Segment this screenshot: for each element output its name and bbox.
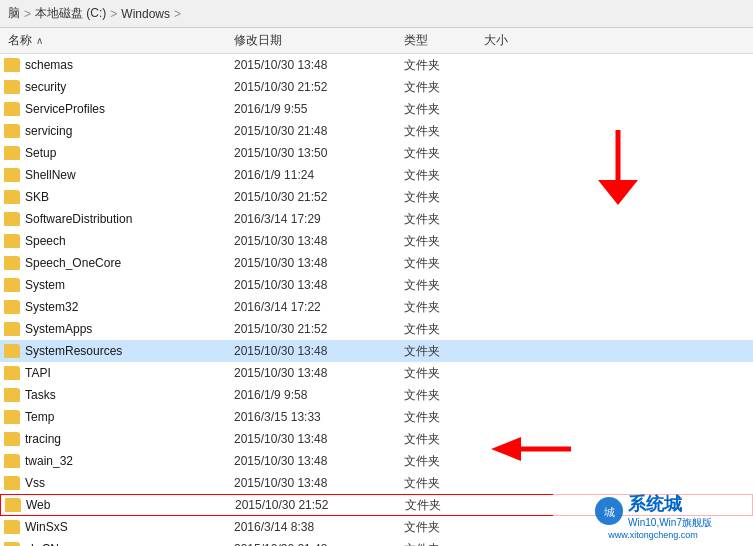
file-type-cell: 文件夹	[404, 453, 484, 470]
col-date-header[interactable]: 修改日期	[234, 32, 404, 49]
file-name-cell: Speech_OneCore	[4, 256, 234, 270]
table-row[interactable]: Speech2015/10/30 13:48文件夹	[0, 230, 753, 252]
file-name-cell: ServiceProfiles	[4, 102, 234, 116]
folder-icon	[4, 80, 20, 94]
table-row[interactable]: twain_322015/10/30 13:48文件夹	[0, 450, 753, 472]
annotation-arrow-left	[491, 435, 571, 466]
file-type-cell: 文件夹	[404, 233, 484, 250]
folder-icon	[5, 498, 21, 512]
file-name-text: Tasks	[25, 388, 56, 402]
svg-marker-3	[491, 437, 521, 461]
breadcrumb-part3[interactable]: Windows	[121, 7, 170, 21]
file-type-cell: 文件夹	[404, 299, 484, 316]
file-name-cell: servicing	[4, 124, 234, 138]
file-name-text: SoftwareDistribution	[25, 212, 132, 226]
file-date-cell: 2015/10/30 13:48	[234, 454, 404, 468]
file-date-cell: 2015/10/30 21:52	[234, 322, 404, 336]
file-date-cell: 2015/10/30 13:48	[234, 278, 404, 292]
folder-icon	[4, 190, 20, 204]
file-name-text: schemas	[25, 58, 73, 72]
file-date-cell: 2015/10/30 21:52	[234, 190, 404, 204]
file-type-cell: 文件夹	[404, 541, 484, 547]
folder-icon	[4, 410, 20, 424]
table-row[interactable]: tracing2015/10/30 13:48文件夹	[0, 428, 753, 450]
file-name-cell: Speech	[4, 234, 234, 248]
file-name-text: SKB	[25, 190, 49, 204]
folder-icon	[4, 124, 20, 138]
col-type-header[interactable]: 类型	[404, 32, 484, 49]
breadcrumb-sep2: >	[110, 7, 117, 21]
watermark: 城 系统城 Win10,Win7旗舰版 www.xitongcheng.com	[553, 486, 753, 546]
table-row[interactable]: schemas2015/10/30 13:48文件夹	[0, 54, 753, 76]
folder-icon	[4, 168, 20, 182]
file-type-cell: 文件夹	[404, 431, 484, 448]
file-name-cell: ShellNew	[4, 168, 234, 182]
file-name-cell: SystemApps	[4, 322, 234, 336]
watermark-url: www.xitongcheng.com	[608, 530, 698, 540]
file-name-cell: TAPI	[4, 366, 234, 380]
file-type-cell: 文件夹	[404, 255, 484, 272]
file-type-cell: 文件夹	[404, 57, 484, 74]
file-name-text: security	[25, 80, 66, 94]
table-row[interactable]: Temp2016/3/15 13:33文件夹	[0, 406, 753, 428]
col-name-label: 名称	[8, 32, 32, 49]
table-row[interactable]: SoftwareDistribution2016/3/14 17:29文件夹	[0, 208, 753, 230]
sort-arrow-icon: ∧	[36, 35, 43, 46]
file-date-cell: 2015/10/30 13:48	[234, 234, 404, 248]
folder-icon	[4, 542, 20, 546]
file-name-cell: SystemResources	[4, 344, 234, 358]
file-date-cell: 2015/10/30 13:48	[234, 344, 404, 358]
folder-icon	[4, 454, 20, 468]
file-name-text: System	[25, 278, 65, 292]
file-name-text: WinSxS	[25, 520, 68, 534]
file-type-cell: 文件夹	[404, 475, 484, 492]
file-type-cell: 文件夹	[404, 167, 484, 184]
file-name-text: System32	[25, 300, 78, 314]
table-row[interactable]: ServiceProfiles2016/1/9 9:55文件夹	[0, 98, 753, 120]
folder-icon	[4, 146, 20, 160]
file-type-cell: 文件夹	[404, 277, 484, 294]
file-date-cell: 2016/3/14 17:29	[234, 212, 404, 226]
file-type-cell: 文件夹	[404, 189, 484, 206]
file-name-cell: security	[4, 80, 234, 94]
file-date-cell: 2015/10/30 13:48	[234, 58, 404, 72]
file-type-cell: 文件夹	[404, 101, 484, 118]
folder-icon	[4, 102, 20, 116]
table-row[interactable]: security2015/10/30 21:52文件夹	[0, 76, 753, 98]
table-row[interactable]: SystemApps2015/10/30 21:52文件夹	[0, 318, 753, 340]
table-row[interactable]: System322016/3/14 17:22文件夹	[0, 296, 753, 318]
file-name-text: ShellNew	[25, 168, 76, 182]
file-name-text: twain_32	[25, 454, 73, 468]
file-date-cell: 2016/3/14 8:38	[234, 520, 404, 534]
file-type-cell: 文件夹	[404, 145, 484, 162]
folder-icon	[4, 432, 20, 446]
file-date-cell: 2015/10/30 13:50	[234, 146, 404, 160]
file-date-cell: 2016/1/9 9:55	[234, 102, 404, 116]
table-row[interactable]: Speech_OneCore2015/10/30 13:48文件夹	[0, 252, 753, 274]
breadcrumb-sep3: >	[174, 7, 181, 21]
col-name-header[interactable]: 名称 ∧	[4, 32, 234, 49]
file-name-text: Speech	[25, 234, 66, 248]
file-name-text: SystemResources	[25, 344, 122, 358]
file-date-cell: 2016/3/15 13:33	[234, 410, 404, 424]
file-name-cell: System	[4, 278, 234, 292]
table-row[interactable]: TAPI2015/10/30 13:48文件夹	[0, 362, 753, 384]
breadcrumb-part2[interactable]: 本地磁盘 (C:)	[35, 5, 106, 22]
file-type-cell: 文件夹	[404, 365, 484, 382]
file-type-cell: 文件夹	[404, 387, 484, 404]
file-name-cell: Temp	[4, 410, 234, 424]
folder-icon	[4, 300, 20, 314]
file-date-cell: 2015/10/30 13:48	[234, 256, 404, 270]
breadcrumb-part1: 脑	[8, 5, 20, 22]
table-row[interactable]: Tasks2016/1/9 9:58文件夹	[0, 384, 753, 406]
folder-icon	[4, 388, 20, 402]
table-row[interactable]: SystemResources2015/10/30 13:48文件夹	[0, 340, 753, 362]
watermark-icon: 城	[594, 496, 624, 526]
file-date-cell: 2015/10/30 21:52	[235, 498, 405, 512]
file-name-text: Setup	[25, 146, 56, 160]
table-row[interactable]: System2015/10/30 13:48文件夹	[0, 274, 753, 296]
folder-icon	[4, 520, 20, 534]
watermark-text: 系统城	[628, 492, 712, 516]
file-name-cell: zh-CN	[4, 542, 234, 546]
col-size-header[interactable]: 大小	[484, 32, 564, 49]
